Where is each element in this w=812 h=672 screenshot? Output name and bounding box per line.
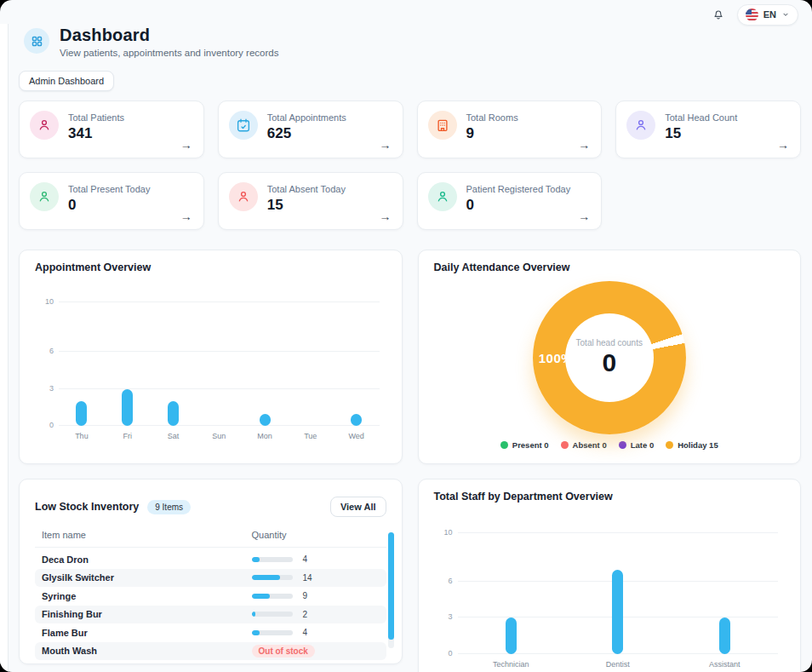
legend-label: Holiday 15 xyxy=(678,440,718,450)
us-flag-icon xyxy=(746,9,758,21)
stat-card-total-absent-today[interactable]: Total Absent Today 15 → xyxy=(218,172,403,230)
out-of-stock-badge: Out of stock xyxy=(252,645,315,658)
bar-column-fri: Fri xyxy=(105,302,151,426)
scrollbar-thumb[interactable] xyxy=(388,532,394,640)
appointment-overview-chart: 03610ThuFriSatSunMonTueWed xyxy=(59,302,380,426)
stat-label: Total Patients xyxy=(68,112,124,123)
chevron-down-icon xyxy=(781,10,790,19)
item-name: Mouth Wash xyxy=(42,646,252,656)
quantity-value: 14 xyxy=(303,573,312,583)
quantity-bar xyxy=(252,594,293,599)
inventory-row: Glysilk Switcher14 xyxy=(35,569,386,588)
donut-center-value: 0 xyxy=(602,348,616,377)
stat-card-total-rooms[interactable]: Total Rooms 9 → xyxy=(417,101,603,158)
attendance-overview-card: Daily Attendance Overview 100% Total hea… xyxy=(418,250,802,464)
stat-value: 0 xyxy=(68,197,150,214)
person-icon xyxy=(30,182,59,211)
bar-fri xyxy=(122,389,133,427)
app-window: EN Dashboard View patients, appointments… xyxy=(0,0,812,672)
bar-wed xyxy=(351,414,362,427)
arrow-right-icon[interactable]: → xyxy=(777,138,789,152)
quantity-bar xyxy=(252,612,293,617)
stat-label: Patient Registered Today xyxy=(466,184,571,194)
attendance-overview-title: Daily Attendance Overview xyxy=(434,261,786,273)
stats-grid: Total Patients 341 → Total Appointments … xyxy=(19,101,801,230)
tab-admin-dashboard[interactable]: Admin Dashboard xyxy=(19,71,114,91)
legend-item: Holiday 15 xyxy=(666,440,718,450)
inventory-row: Flame Bur4 xyxy=(35,623,386,642)
calendar-check-icon xyxy=(229,111,258,140)
bar-dentist xyxy=(612,570,623,654)
item-name: Syringe xyxy=(42,591,252,601)
quantity-value: 9 xyxy=(303,591,308,600)
inventory-table-body: Deca Dron4Glysilk Switcher14Syringe9Fini… xyxy=(35,550,386,660)
stat-value: 0 xyxy=(466,197,571,214)
y-tick: 0 xyxy=(37,421,54,429)
bar-thu xyxy=(76,401,87,426)
stat-label: Total Rooms xyxy=(466,112,518,123)
language-selector[interactable]: EN xyxy=(737,4,798,26)
stat-card-total-appointments[interactable]: Total Appointments 625 → xyxy=(218,101,403,158)
x-label: Fri xyxy=(105,432,151,440)
stat-value: 9 xyxy=(466,125,518,142)
bar-technician xyxy=(506,617,517,654)
stat-label: Total Head Count xyxy=(665,112,737,123)
x-label: Mon xyxy=(242,432,288,440)
page-title: Dashboard xyxy=(60,26,278,45)
scrollbar[interactable] xyxy=(388,532,394,648)
appointment-overview-title: Appointment Overview xyxy=(35,261,386,273)
inventory-table-header: Item name Quantity xyxy=(35,517,386,548)
stat-card-patient-registered-today[interactable]: Patient Registered Today 0 → xyxy=(417,172,603,230)
stat-label: Total Present Today xyxy=(68,184,150,194)
column-quantity: Quantity xyxy=(252,530,380,540)
building-icon xyxy=(428,111,457,140)
quantity-value: 4 xyxy=(303,554,308,564)
y-tick: 6 xyxy=(37,347,54,355)
bar-column-wed: Wed xyxy=(334,302,380,426)
arrow-right-icon[interactable]: → xyxy=(180,210,192,223)
y-tick: 6 xyxy=(436,577,453,585)
person-icon xyxy=(229,182,258,211)
items-count-badge: 9 Items xyxy=(147,500,191,514)
page-header: Dashboard View patients, appointments an… xyxy=(19,26,801,58)
bar-column-mon: Mon xyxy=(242,302,288,426)
y-tick: 3 xyxy=(436,612,453,621)
legend-item: Absent 0 xyxy=(561,440,607,450)
staff-overview-chart: 03610TechnicianDentistAssistant xyxy=(458,533,779,654)
staff-overview-card: Total Staff by Department Overview 03610… xyxy=(418,479,802,672)
arrow-right-icon[interactable]: → xyxy=(380,210,392,223)
quantity-bar xyxy=(252,575,293,580)
notifications-button[interactable] xyxy=(712,8,725,21)
arrow-right-icon[interactable]: → xyxy=(380,138,392,152)
arrow-right-icon[interactable]: → xyxy=(578,138,590,152)
bar-column-assistant: Assistant xyxy=(672,533,779,654)
item-name: Finishing Bur xyxy=(42,609,252,619)
x-label: Sun xyxy=(196,432,242,440)
bar-assistant xyxy=(719,617,730,654)
y-tick: 0 xyxy=(436,649,453,658)
legend-label: Absent 0 xyxy=(573,440,607,450)
bar-sat xyxy=(168,401,179,426)
inventory-row: Syringe9 xyxy=(35,587,386,606)
attendance-legend: Present 0Absent 0Late 0Holiday 15 xyxy=(434,440,786,450)
arrow-right-icon[interactable]: → xyxy=(578,210,590,223)
view-all-button[interactable]: View All xyxy=(330,497,386,517)
inventory-row: Finishing Bur2 xyxy=(35,606,386,624)
stat-value: 15 xyxy=(267,197,346,214)
stat-card-total-head-count[interactable]: Total Head Count 15 → xyxy=(615,101,801,158)
arrow-right-icon[interactable]: → xyxy=(180,138,192,152)
main-content: Dashboard View patients, appointments an… xyxy=(0,26,812,672)
legend-dot xyxy=(619,441,626,449)
legend-dot xyxy=(561,441,569,449)
quantity-value: 2 xyxy=(303,610,308,619)
stat-value: 625 xyxy=(267,125,346,142)
quantity-bar xyxy=(252,630,293,635)
bar-column-technician: Technician xyxy=(458,533,565,654)
language-label: EN xyxy=(763,9,776,20)
item-name: Glysilk Switcher xyxy=(42,572,252,583)
y-tick: 10 xyxy=(436,528,453,537)
x-label: Dentist xyxy=(564,660,672,669)
attendance-donut-chart: 100% Total head counts 0 xyxy=(533,281,686,434)
stat-card-total-patients[interactable]: Total Patients 341 → xyxy=(19,101,204,158)
stat-card-total-present-today[interactable]: Total Present Today 0 → xyxy=(19,172,204,230)
